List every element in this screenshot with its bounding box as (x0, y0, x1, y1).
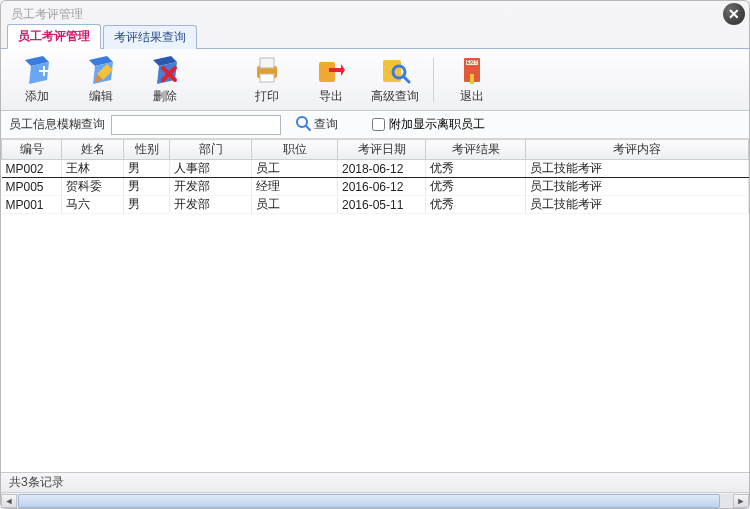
titlebar: 员工考评管理 ✕ (1, 1, 749, 27)
cell-name: 马六 (62, 196, 124, 214)
tab-label: 考评结果查询 (114, 30, 186, 44)
toolbar: 添加 编辑 删除 打印 导出 (1, 49, 749, 111)
button-label: 删除 (153, 88, 177, 105)
exit-icon: EXIT (456, 54, 488, 86)
cell-gender: 男 (124, 160, 170, 178)
cell-name: 贺科委 (62, 178, 124, 196)
delete-button[interactable]: 删除 (135, 53, 195, 107)
search-icon (379, 54, 411, 86)
svg-rect-3 (260, 58, 274, 68)
horizontal-scrollbar[interactable]: ◄ ► (1, 492, 749, 508)
button-label: 退出 (460, 88, 484, 105)
scroll-right-arrow[interactable]: ► (733, 494, 749, 508)
col-header-id[interactable]: 编号 (2, 140, 62, 160)
button-label: 导出 (319, 88, 343, 105)
table-header-row: 编号 姓名 性别 部门 职位 考评日期 考评结果 考评内容 (2, 140, 749, 160)
scroll-track[interactable] (17, 494, 733, 508)
col-header-result[interactable]: 考评结果 (426, 140, 526, 160)
scroll-thumb[interactable] (18, 494, 720, 508)
cell-result: 优秀 (426, 178, 526, 196)
query-button-label: 查询 (314, 116, 338, 133)
cell-result: 优秀 (426, 196, 526, 214)
cell-content: 员工技能考评 (526, 196, 749, 214)
export-button[interactable]: 导出 (301, 53, 361, 107)
svg-rect-1 (43, 66, 45, 76)
add-button[interactable]: 添加 (7, 53, 67, 107)
cell-gender: 男 (124, 178, 170, 196)
svg-line-8 (403, 76, 409, 82)
cell-content: 员工技能考评 (526, 160, 749, 178)
tab-review-result-query[interactable]: 考评结果查询 (103, 25, 197, 49)
tab-employee-review-mgmt[interactable]: 员工考评管理 (7, 24, 101, 49)
query-button[interactable]: 查询 (287, 113, 346, 136)
svg-text:EXIT: EXIT (466, 59, 477, 65)
button-label: 添加 (25, 88, 49, 105)
cell-name: 王林 (62, 160, 124, 178)
close-icon: ✕ (728, 6, 740, 22)
exit-button[interactable]: EXIT 退出 (442, 53, 502, 107)
advanced-search-button[interactable]: 高级查询 (365, 53, 425, 107)
search-label: 员工信息模糊查询 (9, 116, 105, 133)
cell-date: 2018-06-12 (338, 160, 426, 178)
edit-button[interactable]: 编辑 (71, 53, 131, 107)
col-header-gender[interactable]: 性别 (124, 140, 170, 160)
button-label: 编辑 (89, 88, 113, 105)
cell-gender: 男 (124, 196, 170, 214)
col-header-dept[interactable]: 部门 (170, 140, 252, 160)
cell-dept: 开发部 (170, 196, 252, 214)
cell-pos: 员工 (252, 196, 338, 214)
cell-content: 员工技能考评 (526, 178, 749, 196)
close-button[interactable]: ✕ (723, 3, 745, 25)
add-icon (21, 54, 53, 86)
magnifier-icon (295, 115, 311, 134)
checkbox-input[interactable] (372, 118, 385, 131)
print-icon (251, 54, 283, 86)
search-input[interactable] (111, 115, 281, 135)
svg-line-13 (306, 126, 310, 130)
data-table: 编号 姓名 性别 部门 职位 考评日期 考评结果 考评内容 MP002王林男人事… (1, 139, 749, 472)
delete-icon (149, 54, 181, 86)
tab-label: 员工考评管理 (18, 29, 90, 43)
scroll-left-arrow[interactable]: ◄ (1, 494, 17, 508)
edit-icon (85, 54, 117, 86)
col-header-pos[interactable]: 职位 (252, 140, 338, 160)
table-row[interactable]: MP002王林男人事部员工2018-06-12优秀员工技能考评 (2, 160, 749, 178)
print-button[interactable]: 打印 (237, 53, 297, 107)
record-count: 共3条记录 (9, 474, 64, 491)
checkbox-label: 附加显示离职员工 (389, 116, 485, 133)
cell-date: 2016-06-12 (338, 178, 426, 196)
table-row[interactable]: MP001马六男开发部员工2016-05-11优秀员工技能考评 (2, 196, 749, 214)
col-header-date[interactable]: 考评日期 (338, 140, 426, 160)
searchbar: 员工信息模糊查询 查询 附加显示离职员工 (1, 111, 749, 139)
col-header-name[interactable]: 姓名 (62, 140, 124, 160)
app-window: 员工考评管理 ✕ 员工考评管理 考评结果查询 添加 编辑 (0, 0, 750, 509)
window-title: 员工考评管理 (7, 6, 83, 23)
export-icon (315, 54, 347, 86)
button-label: 打印 (255, 88, 279, 105)
statusbar: 共3条记录 (1, 472, 749, 492)
table-row[interactable]: MP005贺科委男开发部经理2016-06-12优秀员工技能考评 (2, 178, 749, 196)
cell-dept: 人事部 (170, 160, 252, 178)
table-empty-area (1, 214, 749, 472)
col-header-content[interactable]: 考评内容 (526, 140, 749, 160)
toolbar-separator (433, 58, 434, 102)
button-label: 高级查询 (371, 88, 419, 105)
cell-id: MP005 (2, 178, 62, 196)
cell-dept: 开发部 (170, 178, 252, 196)
cell-result: 优秀 (426, 160, 526, 178)
cell-pos: 经理 (252, 178, 338, 196)
cell-date: 2016-05-11 (338, 196, 426, 214)
cell-pos: 员工 (252, 160, 338, 178)
cell-id: MP002 (2, 160, 62, 178)
tabstrip: 员工考评管理 考评结果查询 (1, 27, 749, 49)
svg-rect-4 (260, 74, 274, 82)
cell-id: MP001 (2, 196, 62, 214)
show-resigned-checkbox[interactable]: 附加显示离职员工 (372, 116, 485, 133)
